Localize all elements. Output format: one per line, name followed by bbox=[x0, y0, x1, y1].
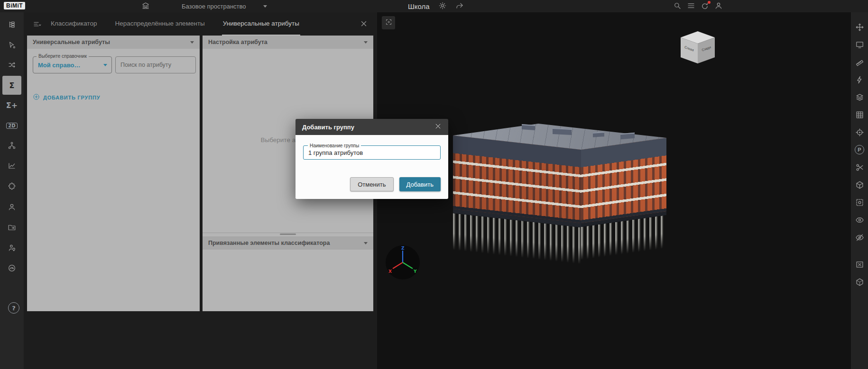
dialog-title: Добавить группу bbox=[302, 124, 354, 131]
building-facade-right bbox=[581, 138, 666, 223]
axis-gizmo[interactable]: Z X Y bbox=[386, 245, 420, 279]
dialog-actions: Отменить Добавить bbox=[350, 177, 441, 191]
close-icon bbox=[434, 123, 442, 131]
chevron-down-icon bbox=[364, 242, 368, 244]
tab-unassigned-elements[interactable]: Нераспределённые элементы bbox=[114, 12, 205, 36]
panel-tabbar: Классификатор Нераспределённые элементы … bbox=[27, 12, 375, 36]
universal-attributes-panel: Универсальные атрибуты Выберите справочн… bbox=[27, 36, 200, 311]
building-model[interactable] bbox=[451, 109, 669, 270]
workspace-label: Базовое пространство bbox=[182, 3, 246, 10]
connections-icon[interactable] bbox=[2, 55, 21, 74]
axis-z-label: Z bbox=[401, 246, 405, 251]
list-button[interactable] bbox=[687, 1, 695, 11]
plus-circle-icon bbox=[33, 93, 40, 101]
pan-icon[interactable] bbox=[853, 20, 866, 34]
fit-view-icon[interactable] bbox=[853, 38, 866, 51]
scheme-icon[interactable] bbox=[2, 136, 21, 155]
rooftop-unit bbox=[553, 128, 572, 135]
parking-icon[interactable]: P bbox=[853, 143, 866, 156]
list-icon bbox=[687, 4, 695, 11]
drag-handle[interactable] bbox=[280, 234, 296, 235]
focus-icon bbox=[385, 18, 392, 27]
tab-universal-attributes[interactable]: Универсальные атрибуты bbox=[222, 12, 300, 36]
chevron-down-icon bbox=[103, 64, 107, 66]
user-icon bbox=[714, 4, 723, 11]
settings-panel-header[interactable]: Настройка атрибута bbox=[203, 36, 373, 49]
share-button[interactable] bbox=[455, 1, 464, 11]
structure-button[interactable] bbox=[140, 1, 151, 11]
workspace-selector[interactable]: Базовое пространство bbox=[182, 0, 267, 12]
sync-button[interactable] bbox=[701, 2, 709, 10]
grid-icon[interactable] bbox=[853, 108, 866, 121]
axis-y-label: Y bbox=[413, 269, 417, 274]
structure-tree-icon[interactable] bbox=[2, 15, 21, 34]
linked-elements-header[interactable]: Привязанные элементы классификатора bbox=[203, 236, 373, 250]
textures-off-icon[interactable] bbox=[853, 258, 866, 271]
building-icon bbox=[141, 1, 150, 11]
navigation-cube[interactable]: Слева Сзади bbox=[681, 31, 715, 66]
users-icon[interactable] bbox=[2, 198, 21, 216]
attribute-search-input[interactable] bbox=[115, 56, 196, 73]
rooftop-unit bbox=[593, 132, 604, 137]
center-target-icon[interactable] bbox=[853, 126, 866, 139]
section-box-icon[interactable] bbox=[853, 178, 866, 191]
panel-splitter[interactable] bbox=[203, 233, 373, 236]
isolate-icon[interactable] bbox=[853, 196, 866, 209]
attributes-panel-title: Универсальные атрибуты bbox=[33, 39, 110, 45]
show-all-icon[interactable] bbox=[853, 213, 866, 226]
building-facade-left bbox=[453, 135, 581, 223]
settings-panel-title: Настройка атрибута bbox=[208, 39, 268, 45]
sort-menu-icon[interactable] bbox=[30, 17, 44, 31]
settings-button[interactable] bbox=[438, 1, 447, 11]
plugins-icon[interactable] bbox=[2, 177, 21, 196]
hide-icon[interactable] bbox=[853, 231, 866, 244]
select-tool-icon[interactable] bbox=[2, 36, 21, 54]
attributes-panel-body: Выберите справочник Мой справо… ДОБАВИТЬ… bbox=[27, 49, 200, 311]
tabs: Классификатор Нераспределённые элементы … bbox=[50, 12, 300, 36]
topbar: BiMiT Базовое пространство Школа bbox=[0, 0, 868, 12]
cut-icon[interactable] bbox=[853, 161, 866, 174]
dialog-header[interactable]: Добавить группу bbox=[295, 119, 448, 135]
view-2d-icon[interactable]: 2D bbox=[2, 116, 21, 135]
search-icon bbox=[673, 4, 682, 11]
add-group-dialog: Добавить группу Наименование группы Отме… bbox=[295, 119, 448, 199]
submit-button[interactable]: Добавить bbox=[399, 177, 441, 191]
help-icon[interactable]: ? bbox=[4, 298, 23, 317]
linked-elements-title: Привязанные элементы классификатора bbox=[208, 240, 330, 246]
notification-dot bbox=[708, 1, 711, 4]
focus-selection-button[interactable] bbox=[382, 16, 395, 29]
user-location-icon[interactable] bbox=[2, 238, 21, 257]
viewport-toolbar: P bbox=[851, 12, 868, 369]
shared-folder-icon[interactable] bbox=[2, 218, 21, 237]
storeys-icon[interactable] bbox=[853, 90, 866, 104]
account-button[interactable] bbox=[714, 1, 723, 11]
dialog-body: Наименование группы Отменить Добавить bbox=[295, 135, 448, 199]
gear-icon bbox=[438, 4, 447, 11]
explode-icon[interactable] bbox=[853, 73, 866, 86]
cancel-button[interactable]: Отменить bbox=[350, 177, 393, 191]
chart-icon[interactable] bbox=[2, 156, 21, 175]
sum-attributes-icon[interactable]: Σ bbox=[2, 76, 21, 95]
tab-classifier[interactable]: Классификатор bbox=[50, 12, 98, 36]
add-group-button[interactable]: ДОБАВИТЬ ГРУППУ bbox=[33, 93, 100, 101]
close-icon bbox=[360, 19, 368, 29]
directory-select-value: Мой справо… bbox=[38, 62, 80, 69]
topbar-right-actions bbox=[673, 0, 723, 12]
chevron-down-icon bbox=[364, 41, 368, 44]
search-button[interactable] bbox=[673, 1, 682, 11]
project-title: Школа bbox=[408, 2, 430, 10]
app-logo: BiMiT bbox=[4, 2, 25, 9]
add-group-label: ДОБАВИТЬ ГРУППУ bbox=[43, 95, 100, 100]
directory-select[interactable]: Выберите справочник Мой справо… bbox=[33, 56, 112, 73]
directory-select-label: Выберите справочник bbox=[37, 54, 89, 59]
close-panel-button[interactable] bbox=[358, 18, 370, 30]
ruler-icon[interactable] bbox=[853, 55, 866, 69]
dialog-close-button[interactable] bbox=[432, 121, 443, 133]
share-icon bbox=[455, 4, 464, 11]
sum-add-icon[interactable]: Σ+ bbox=[2, 96, 21, 115]
dashboard-icon[interactable] bbox=[2, 259, 21, 278]
chevron-down-icon bbox=[263, 5, 267, 8]
model-cube-icon[interactable] bbox=[853, 275, 866, 288]
attributes-panel-header[interactable]: Универсальные атрибуты bbox=[27, 36, 200, 49]
rooftop-unit bbox=[522, 124, 535, 130]
